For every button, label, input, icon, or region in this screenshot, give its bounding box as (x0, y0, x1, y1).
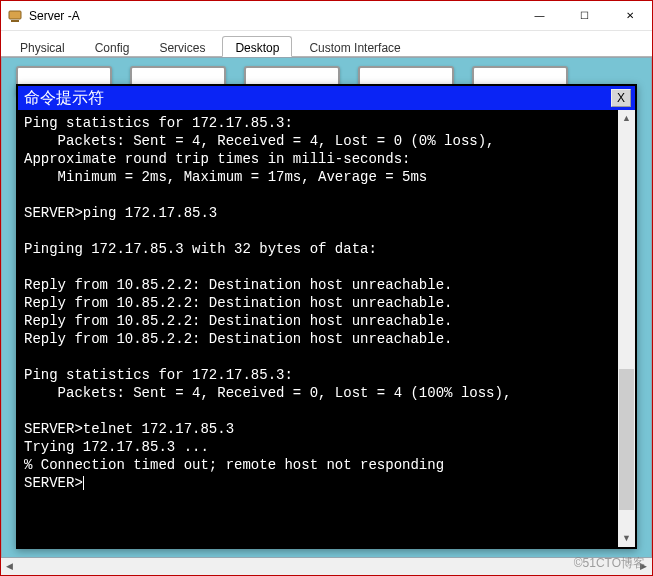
watermark: ©51CTO博客 (574, 555, 645, 572)
tab-config[interactable]: Config (82, 36, 143, 57)
scroll-down-icon[interactable]: ▼ (618, 530, 635, 547)
window-title: Server -A (29, 9, 517, 23)
scroll-track[interactable] (18, 558, 635, 575)
close-button[interactable]: ✕ (607, 1, 652, 30)
app-window: Server -A — ☐ ✕ Physical Config Services… (1, 1, 652, 575)
scroll-up-icon[interactable]: ▲ (618, 110, 635, 127)
command-prompt-close-button[interactable]: X (611, 89, 631, 107)
maximize-button[interactable]: ☐ (562, 1, 607, 30)
desktop-panel: 命令提示符 X Ping statistics for 172.17.85.3:… (1, 57, 652, 558)
tab-custom-interface[interactable]: Custom Interface (296, 36, 413, 57)
scroll-track[interactable] (618, 127, 635, 530)
command-prompt-title: 命令提示符 (24, 88, 611, 109)
tab-physical[interactable]: Physical (7, 36, 78, 57)
terminal-vertical-scrollbar[interactable]: ▲ ▼ (618, 110, 635, 547)
scroll-left-icon[interactable]: ◀ (1, 558, 18, 575)
tab-services[interactable]: Services (146, 36, 218, 57)
terminal-wrap: Ping statistics for 172.17.85.3: Packets… (18, 110, 635, 547)
svg-rect-1 (11, 20, 19, 22)
svg-rect-0 (9, 11, 21, 19)
command-prompt-window: 命令提示符 X Ping statistics for 172.17.85.3:… (16, 84, 637, 549)
tab-strip: Physical Config Services Desktop Custom … (1, 31, 652, 57)
scroll-thumb[interactable] (619, 369, 634, 510)
command-prompt-titlebar: 命令提示符 X (18, 86, 635, 110)
window-buttons: — ☐ ✕ (517, 1, 652, 30)
tab-desktop[interactable]: Desktop (222, 36, 292, 57)
window-horizontal-scrollbar[interactable]: ◀ ▶ (1, 558, 652, 575)
app-icon (7, 8, 23, 24)
terminal-output[interactable]: Ping statistics for 172.17.85.3: Packets… (18, 110, 618, 547)
titlebar: Server -A — ☐ ✕ (1, 1, 652, 31)
minimize-button[interactable]: — (517, 1, 562, 30)
